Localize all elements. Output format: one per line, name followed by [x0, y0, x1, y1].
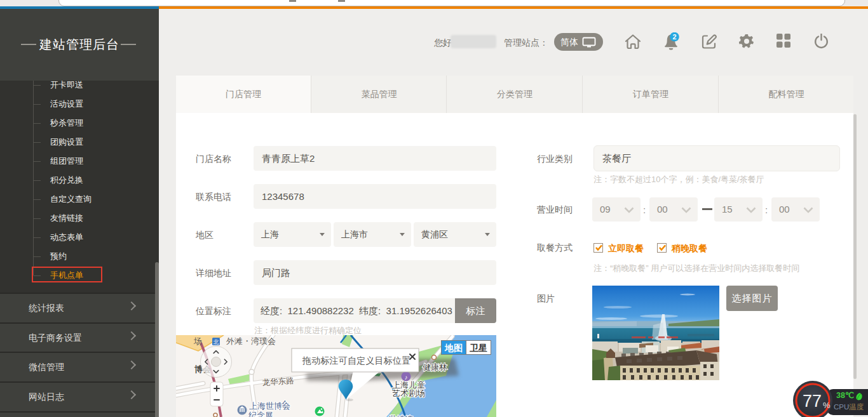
svg-text:38℃: 38℃ [836, 391, 854, 400]
svg-text:♪: ♪ [405, 374, 408, 381]
svg-text:CPU温度: CPU温度 [834, 403, 864, 411]
svg-text:%: % [823, 400, 831, 410]
svg-text:拖动标注可自定义目标位置: 拖动标注可自定义目标位置 [302, 355, 410, 366]
svg-text:北: 北 [214, 339, 219, 345]
svg-text:世博馆: 世博馆 [388, 414, 413, 417]
svg-text:上海世博会: 上海世博会 [249, 401, 290, 411]
svg-text:地图: 地图 [444, 343, 463, 353]
svg-text:2: 2 [672, 33, 676, 41]
svg-text:艺术剧场: 艺术剧场 [392, 388, 425, 398]
svg-text:场: 场 [193, 336, 202, 346]
svg-text:卫星: 卫星 [470, 343, 487, 353]
svg-text:外滩・湾璞会: 外滩・湾璞会 [226, 336, 276, 346]
svg-text:纪念展: 纪念展 [248, 411, 273, 417]
svg-text:健康林: 健康林 [423, 362, 447, 372]
svg-text:77: 77 [803, 392, 822, 411]
